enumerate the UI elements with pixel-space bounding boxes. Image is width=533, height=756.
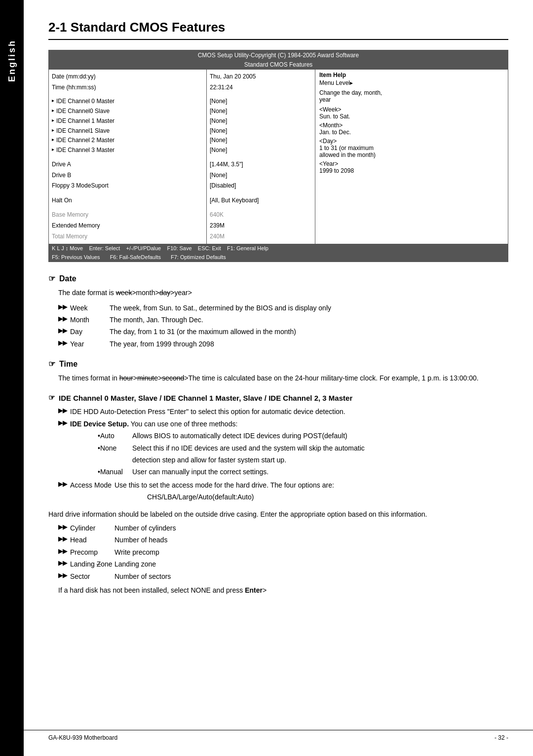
head-arrow: ▶▶ <box>58 534 67 544</box>
base-memory-value: 640K <box>210 210 224 221</box>
help-week: <Week> <box>319 106 504 113</box>
month-text: The month, Jan. Through Dec. <box>110 314 508 325</box>
ide-ch0-slave-val: [None] <box>210 107 312 116</box>
sector-text: Number of sectors <box>114 571 508 582</box>
floppy-label: Floppy 3 ModeSuport <box>52 181 109 191</box>
total-memory-value: 240M <box>210 231 225 242</box>
year-arrow: ▶▶ <box>58 339 67 348</box>
extended-memory-value: 239M <box>210 221 225 231</box>
help-text1: Change the day, month, <box>319 89 504 96</box>
ide-ch1-slave-row: ▸ IDE Channel1 Slave <box>52 126 203 136</box>
sector-label: Sector <box>70 571 114 582</box>
base-mem-val-row: 640K <box>210 210 312 221</box>
time-value-row: 22:31:24 <box>210 82 312 93</box>
cmos-footer: K L J ↕ Move Enter: Select +/-/PU/PDalue… <box>49 244 508 253</box>
ide-val-5: [None] <box>210 146 227 155</box>
floppy-value: [Disabled] <box>210 181 236 191</box>
precomp-label: Precomp <box>70 547 114 558</box>
halt-row: Halt On <box>52 195 203 206</box>
help-year-text: 1999 to 2098 <box>319 167 504 174</box>
time-label: Time (hh:mm:ss) <box>52 82 116 93</box>
cmos-mid-col: Thu, Jan 20 2005 22:31:24 [None] [None] … <box>207 70 315 244</box>
ide-ch0-slave-row: ▸ IDE Channel0 Slave <box>52 107 203 116</box>
menu-level: Menu Level▸ <box>319 79 504 86</box>
sidebar-label: English <box>7 39 17 82</box>
ide-sub-manual: •Manual User can manually input the corr… <box>98 466 508 477</box>
drive-b-label: Drive B <box>52 170 71 181</box>
day-label: Day <box>70 326 110 337</box>
cmos-time-row: Time (hh:mm:ss) <box>52 82 203 93</box>
ide-ch0-master-label: IDE Channel 0 Master <box>56 97 114 107</box>
final-note: If a hard disk has not been installed, s… <box>58 585 508 596</box>
cmos-left-col: Date (mm:dd:yy) Time (hh:mm:ss) ▸ IDE Ch… <box>49 70 207 244</box>
access-mode-label: Access Mode <box>70 480 114 491</box>
help-day-text2: allowed in the month) <box>319 151 504 158</box>
sector-arrow: ▶▶ <box>58 571 67 580</box>
week-arrow: ▶▶ <box>58 302 67 312</box>
ext-mem-val-row: 239M <box>210 221 312 231</box>
footer-keys-main: K L J ↕ Move Enter: Select +/-/PU/PDalue… <box>52 245 268 251</box>
total-memory-label: Total Memory <box>52 231 87 242</box>
cmos-subheader: Standard CMOS Features <box>49 60 508 69</box>
head-label: Head <box>70 534 114 545</box>
auto-label: •Auto <box>98 430 132 441</box>
month-label: Month <box>70 314 110 325</box>
ide-val-0: [None] <box>210 97 227 107</box>
ide-val-4: [None] <box>210 136 227 146</box>
drive-a-row: Drive A <box>52 159 203 170</box>
sector-item: ▶▶ Sector Number of sectors <box>58 571 508 582</box>
manual-label: •Manual <box>98 466 132 477</box>
access-mode-item: ▶▶ Access Mode Use this to set the acces… <box>58 480 508 491</box>
date-week-item: ▶▶ Week The week, from Sun. to Sat., det… <box>58 302 508 313</box>
ide-ch1-master-row: ▸ IDE Channel 1 Master <box>52 116 203 126</box>
date-day-item: ▶▶ Day The day, from 1 to 31 (or the max… <box>58 326 508 337</box>
extended-memory-label: Extended Memory <box>52 221 100 231</box>
total-mem-val-row: 240M <box>210 231 312 242</box>
ide-ch3-master-row: ▸ IDE Channel 3 Master <box>52 146 203 155</box>
drive-a-value-row: [1.44M, 3.5"] <box>210 159 312 170</box>
page-footer: GA-K8U-939 Motherboard - 32 - <box>24 730 533 741</box>
date-section-body: The date format is week>month>day>year> … <box>58 287 508 349</box>
ide-bullet2: ▶▶ IDE Device Setup. You can use one of … <box>58 418 508 429</box>
head-item: ▶▶ Head Number of heads <box>58 534 508 545</box>
help-year: <Year> <box>319 160 504 167</box>
none-text: Select this if no IDE devices are used a… <box>132 443 508 454</box>
ide-bullet1: ▶▶ IDE HDD Auto-Detection Press "Enter" … <box>58 406 508 417</box>
cylinder-label: Cylinder <box>70 523 114 533</box>
landing-zone-arrow: ▶▶ <box>58 559 67 568</box>
base-memory-row: Base Memory <box>52 210 203 221</box>
date-month-item: ▶▶ Month The month, Jan. Through Dec. <box>58 314 508 325</box>
access-mode-options: CHS/LBA/Large/Auto(default:Auto) <box>147 491 508 502</box>
date-year-item: ▶▶ Year The year, from 1999 through 2098 <box>58 339 508 349</box>
ide-ch1-slave-val: [None] <box>210 126 312 136</box>
ide-arrow1: ▶▶ <box>58 406 67 416</box>
ide-sub-none: •None Select this if no IDE devices are … <box>98 443 508 454</box>
footer-f7: F7: Optimized Defaults <box>171 254 226 260</box>
none-label: •None <box>98 443 132 454</box>
date-value: Thu, Jan 20 2005 <box>210 72 256 82</box>
ide-val-2: [None] <box>210 116 227 126</box>
day-arrow: ▶▶ <box>58 326 67 336</box>
total-memory-row: Total Memory <box>52 231 203 242</box>
date-section-heading: Date <box>48 274 508 283</box>
cmos-table: CMOS Setup Utility-Copyright (C) 1984-20… <box>48 50 508 262</box>
ide-ch2-master-label: IDE Channel 2 Master <box>56 136 114 146</box>
help-day: <Day> <box>319 138 504 145</box>
day-text: The day, from 1 to 31 (or the maximum al… <box>110 326 508 337</box>
landing-zone-text: Landing zone <box>114 559 508 569</box>
spec-section: ▶▶ Cylinder Number of cylinders ▶▶ Head … <box>58 523 508 596</box>
landing-zone-item: ▶▶ Landing Zone Landing zone <box>58 559 508 569</box>
access-mode-text: Use this to set the access mode for the … <box>114 480 508 491</box>
cmos-footer-2: F5: Previous Values F6: Fail-SafeDefault… <box>49 253 508 262</box>
cylinder-text: Number of cylinders <box>114 523 508 533</box>
ide-ch3-master-label: IDE Channel 3 Master <box>56 146 114 155</box>
ide-ch0-slave-label: IDE Channel0 Slave <box>56 107 110 116</box>
cmos-date-row: Date (mm:dd:yy) <box>52 72 203 82</box>
help-day-text: 1 to 31 (or maximum <box>319 145 504 151</box>
halt-value: [All, But Keyboard] <box>210 195 259 206</box>
cmos-help-col: Item Help Menu Level▸ Change the day, mo… <box>315 70 508 244</box>
date-intro: The date format is week>month>day>year> <box>58 287 508 298</box>
ide-ch0-master-val: [None] <box>210 97 312 107</box>
floppy-row: Floppy 3 ModeSuport <box>52 181 203 191</box>
main-content: 2-1 Standard CMOS Features CMOS Setup Ut… <box>24 0 533 631</box>
